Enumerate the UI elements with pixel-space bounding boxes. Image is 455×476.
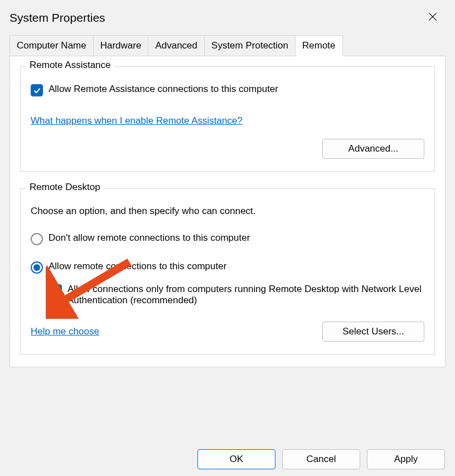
apply-button[interactable]: Apply: [367, 449, 445, 469]
group-remote-desktop: Remote Desktop Choose an option, and the…: [20, 188, 435, 354]
nla-checkbox-label: Allow connections only from computers ru…: [67, 284, 424, 306]
radio-dont-allow-row[interactable]: Don't allow remote connections to this c…: [31, 232, 424, 245]
tab-system-protection[interactable]: System Protection: [204, 35, 296, 56]
radio-dont-allow[interactable]: [31, 233, 43, 245]
remote-desktop-description: Choose an option, and then specify who c…: [31, 206, 424, 217]
dialog-footer: OK Cancel Apply: [197, 449, 445, 469]
tab-hardware[interactable]: Hardware: [93, 35, 149, 56]
ok-button[interactable]: OK: [197, 449, 275, 469]
tab-remote[interactable]: Remote: [295, 35, 343, 56]
group-title-remote-assistance: Remote Assistance: [26, 60, 114, 71]
close-button[interactable]: [423, 10, 443, 25]
remote-desktop-radio-group: Don't allow remote connections to this c…: [31, 232, 424, 274]
nla-checkbox-row[interactable]: Allow connections only from computers ru…: [50, 284, 424, 306]
allow-remote-assistance-row[interactable]: Allow Remote Assistance connections to t…: [31, 84, 424, 96]
allow-remote-assistance-checkbox[interactable]: [31, 84, 43, 96]
group-title-remote-desktop: Remote Desktop: [26, 182, 104, 193]
advanced-button[interactable]: Advanced...: [322, 139, 424, 159]
radio-allow-label: Allow remote connections to this compute…: [49, 261, 226, 272]
remote-assistance-help-link[interactable]: What happens when I enable Remote Assist…: [31, 115, 243, 127]
check-icon: [33, 86, 41, 95]
title-bar: System Properties: [0, 0, 455, 35]
close-icon: [427, 11, 438, 22]
select-users-button[interactable]: Select Users...: [322, 322, 424, 342]
tab-advanced[interactable]: Advanced: [148, 35, 205, 56]
cancel-button[interactable]: Cancel: [282, 449, 360, 469]
check-icon: [52, 286, 60, 295]
radio-allow[interactable]: [31, 261, 43, 274]
tab-computer-name[interactable]: Computer Name: [9, 35, 94, 56]
window-title: System Properties: [9, 11, 105, 25]
group-remote-assistance: Remote Assistance Allow Remote Assistanc…: [20, 66, 435, 172]
tab-strip: Computer Name Hardware Advanced System P…: [9, 35, 446, 56]
allow-remote-assistance-label: Allow Remote Assistance connections to t…: [49, 84, 278, 95]
radio-allow-row[interactable]: Allow remote connections to this compute…: [31, 261, 424, 274]
tab-panel-remote: Remote Assistance Allow Remote Assistanc…: [9, 56, 446, 367]
radio-dont-allow-label: Don't allow remote connections to this c…: [49, 232, 250, 244]
nla-checkbox[interactable]: [50, 284, 62, 297]
help-me-choose-link[interactable]: Help me choose: [31, 326, 99, 337]
